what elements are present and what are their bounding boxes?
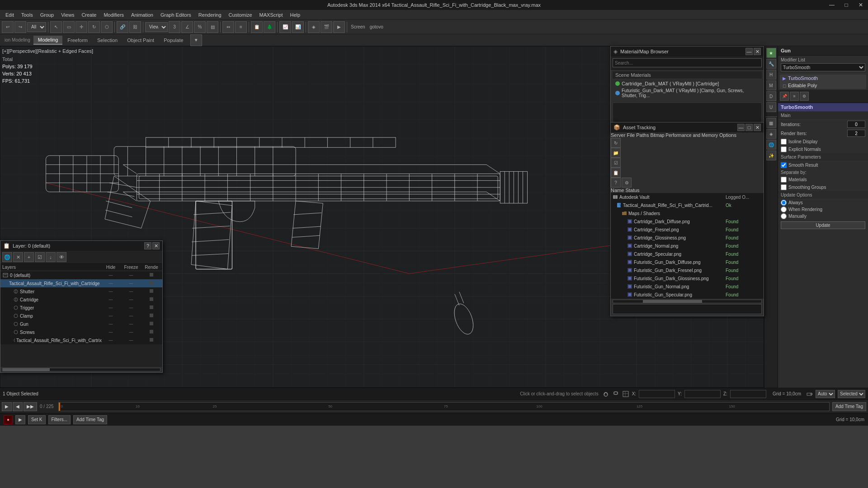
mat-item-gun[interactable]: Futuristic_Gun_Dark_MAT ( VRayMtl ) [Cla… — [613, 87, 762, 99]
configure-icon[interactable]: ⚙ — [800, 92, 809, 101]
menu-help[interactable]: Help — [287, 11, 304, 19]
menu-customize[interactable]: Customize — [225, 11, 256, 19]
render-effects-icon[interactable]: ✨ — [766, 150, 776, 160]
curve-editor-button[interactable]: 📈 — [279, 21, 291, 33]
at-menu-options[interactable]: Options — [719, 132, 736, 138]
snap-toggle[interactable]: 3 — [169, 21, 180, 33]
at-select-btn[interactable]: ☑ — [611, 158, 621, 168]
x-input[interactable] — [639, 390, 675, 398]
at-view-btn[interactable]: 📋 — [611, 168, 621, 178]
environment-icon[interactable]: 🌐 — [766, 140, 776, 150]
lp-new-layer-btn[interactable]: + — [24, 252, 34, 262]
lp-show-hide-btn[interactable]: 👁 — [57, 252, 66, 262]
lp-row-cartridge[interactable]: Cartridge — — — [0, 296, 162, 304]
maximize-button[interactable]: □ — [839, 0, 854, 10]
auto-dropdown[interactable]: Auto — [816, 390, 835, 398]
asset-tracking-titlebar[interactable]: 📦 Asset Tracking — □ ✕ — [611, 122, 764, 132]
render-setup-button[interactable]: 🎬 — [321, 21, 332, 33]
menu-graph-editors[interactable]: Graph Editors — [157, 11, 195, 19]
undo-button[interactable]: ↩ — [2, 21, 14, 33]
scene-explorer-button[interactable]: 🌲 — [264, 21, 275, 33]
mat-browser-minimize[interactable]: — — [745, 48, 753, 55]
isoline-display-checkbox[interactable] — [781, 139, 787, 145]
animate-btn[interactable]: ● — [4, 415, 13, 424]
modifier-list-dropdown[interactable]: TurboSmooth — [781, 63, 865, 71]
lp-row-screws[interactable]: Screws — — — [0, 328, 162, 336]
layer-manager-titlebar[interactable]: 📋 Layer: 0 (default) ? ✕ — [0, 241, 162, 251]
materials-checkbox[interactable] — [781, 177, 787, 183]
at-row-img-1[interactable]: Cartridge_Dark_Diffuse.png Found — [611, 217, 764, 225]
select-button[interactable]: ↖ — [50, 21, 62, 33]
layer-manager-button[interactable]: 📋 — [251, 21, 263, 33]
timeline-prev-btn[interactable]: ◀ — [13, 402, 23, 411]
align-button[interactable]: ≡ — [235, 21, 247, 33]
modifier-turbosmooth[interactable]: ▶ TurboSmooth — [780, 75, 866, 82]
menu-tools[interactable]: Tools — [18, 11, 37, 19]
menu-views[interactable]: Views — [57, 11, 78, 19]
render-iters-input[interactable] — [847, 130, 865, 137]
at-row-img-8[interactable]: Futuristic_Gun_Dark_Glossiness.png Found — [611, 274, 764, 282]
timeline-next-btn[interactable]: ▶▶ — [24, 402, 37, 411]
at-row-img-7[interactable]: Futuristic_Gun_Dark_Fresnel.png Found — [611, 266, 764, 274]
at-row-maps-folder[interactable]: Maps / Shaders — [611, 209, 764, 217]
filters-btn[interactable]: Filters... — [48, 415, 71, 424]
modifier-editable-poly[interactable]: ◻ Editable Poly — [780, 82, 866, 89]
when-rendering-radio[interactable] — [781, 206, 787, 212]
mat-browser-titlebar[interactable]: ◈ Material/Map Browser — ✕ — [611, 47, 764, 56]
hierarchy-panel-icon[interactable]: H — [766, 70, 776, 80]
show-all-icon[interactable]: ≡ — [790, 92, 799, 101]
at-menu-bitmap[interactable]: Bitmap Performance and Memory — [650, 133, 718, 138]
iterations-input[interactable] — [847, 121, 865, 128]
utilities-panel-icon[interactable]: U — [766, 102, 776, 112]
tab-selection[interactable]: Selection — [93, 36, 122, 44]
lp-row-clamp[interactable]: Clamp — — — [0, 312, 162, 320]
lp-row-main[interactable]: Tactical_Assault_Rifle_Sci_Fi_with_Cartr… — [0, 279, 162, 287]
menu-create[interactable]: Create — [78, 11, 100, 19]
unlink-button[interactable]: ⛓ — [129, 21, 141, 33]
timeline-track[interactable]: 0 10 25 50 75 100 125 150 — [58, 402, 830, 411]
subtab-options[interactable]: ▼ — [190, 34, 202, 46]
lp-row-gun[interactable]: Gun — — — [0, 320, 162, 328]
at-row-img-9[interactable]: Futuristic_Gun_Normal.png Found — [611, 282, 764, 291]
pin-stack-icon[interactable]: 📌 — [780, 92, 789, 101]
angle-snap[interactable]: ∠ — [181, 21, 193, 33]
layer-manager-help[interactable]: ? — [144, 242, 151, 249]
at-settings-btn[interactable]: ⚙ — [622, 178, 632, 188]
select-region-button[interactable]: ▭ — [63, 21, 75, 33]
rotate-button[interactable]: ↻ — [88, 21, 100, 33]
render-small-icon[interactable]: ▦ — [766, 118, 776, 128]
at-help-btn[interactable]: ? — [611, 178, 621, 188]
schematic-view-button[interactable]: 📊 — [292, 21, 304, 33]
addtimetag-btn[interactable]: Add Time Tag — [73, 415, 107, 424]
menu-edit[interactable]: Edit — [2, 11, 18, 19]
asset-tracking-maximize[interactable]: □ — [745, 124, 753, 131]
selection-filter-dropdown[interactable]: All — [27, 22, 46, 32]
render-button[interactable]: ▶ — [333, 21, 345, 33]
at-menu-paths[interactable]: Paths — [636, 132, 649, 138]
modify-panel-icon[interactable]: 🔧 — [766, 59, 776, 69]
smoothing-groups-checkbox[interactable] — [781, 184, 787, 190]
update-button[interactable]: Update — [781, 221, 865, 229]
mat-browser-close[interactable]: ✕ — [754, 48, 761, 55]
tab-populate[interactable]: Populate — [159, 36, 188, 44]
manually-radio[interactable] — [781, 213, 787, 219]
setk-btn[interactable]: Set K — [28, 415, 45, 424]
at-row-img-2[interactable]: Cartridge_Fresnel.png Found — [611, 225, 764, 234]
explicit-normals-checkbox[interactable] — [781, 146, 787, 152]
at-row-img-6[interactable]: Futuristic_Gun_Dark_Diffuse.png Found — [611, 258, 764, 266]
at-row-img-10[interactable]: Futuristic_Gun_Specular.png Found — [611, 291, 764, 299]
mirror-button[interactable]: ⇔ — [222, 21, 234, 33]
lp-select-objects-btn[interactable]: ☑ — [35, 252, 45, 262]
minimize-button[interactable]: — — [825, 0, 839, 10]
reference-frame-dropdown[interactable]: View — [145, 22, 168, 32]
selected-dropdown[interactable]: Selected — [838, 390, 865, 398]
create-panel-icon[interactable]: ★ — [766, 48, 776, 58]
tab-freeform[interactable]: Freeform — [63, 36, 92, 44]
lp-add-to-layer-btn[interactable]: ↓ — [46, 252, 56, 262]
at-row-main-file[interactable]: Tactical_Assault_Rifle_Sci_Fi_with_Cartr… — [611, 201, 764, 209]
tab-object-paint[interactable]: Object Paint — [123, 36, 159, 44]
at-row-vault[interactable]: Autodesk Vault Logged O... — [611, 193, 764, 201]
lp-row-full-object[interactable]: Tactical_Assault_Rifle_Sci_Fi_with_Cartr… — [0, 336, 162, 344]
spinner-snap[interactable]: ▤ — [207, 21, 218, 33]
scale-button[interactable]: ⬡ — [101, 21, 113, 33]
